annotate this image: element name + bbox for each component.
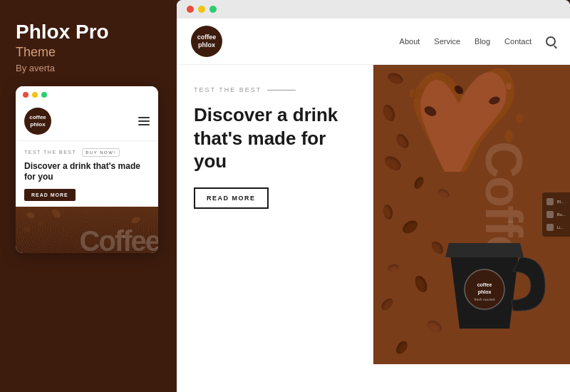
sidebar-title: Phlox Pro — [16, 21, 161, 43]
browser-dot-red — [187, 6, 194, 13]
svg-text:phlox: phlox — [478, 289, 492, 295]
hero-right: coffee phlox fresh roasted — [373, 65, 570, 364]
side-panel-icon-3 — [546, 224, 554, 231]
mobile-headline: Discover a drink that's made for you — [24, 161, 150, 183]
mobile-coffee-image: Coffee — [16, 207, 158, 253]
nav-link-about[interactable]: About — [400, 37, 420, 46]
coffee-cup-svg: coffee phlox fresh roasted — [420, 186, 549, 343]
site-frame: coffeephlox About Service Blog Contact T… — [177, 19, 570, 392]
mobile-coffee-text: Coffee — [80, 225, 158, 253]
side-panel-icon-2 — [546, 211, 554, 218]
sidebar: Phlox Pro Theme By averta coffeephlox TE… — [0, 0, 177, 392]
chocolate-splash-svg — [388, 65, 544, 186]
site-logo-area: coffeephlox — [191, 26, 222, 57]
main-content: coffeephlox About Service Blog Contact T… — [177, 0, 570, 392]
mobile-logo: coffeephlox — [24, 108, 51, 135]
mobile-dot-green — [41, 92, 47, 98]
hamburger-icon[interactable] — [138, 117, 150, 125]
nav-link-service[interactable]: Service — [434, 37, 460, 46]
site-nav: coffeephlox About Service Blog Contact — [177, 19, 570, 65]
side-panel-item-2[interactable]: Bu... — [546, 211, 566, 218]
browser-topbar — [177, 0, 570, 19]
site-logo: coffeephlox — [191, 26, 222, 57]
mobile-mockup: coffeephlox TEST THE BEST Buy Now! Disco… — [16, 86, 158, 253]
svg-point-9 — [516, 113, 523, 123]
hero-left: TEST THE BEST Discover a drinkthat's mad… — [177, 65, 373, 364]
hero-read-more-button[interactable]: READ MORE — [194, 187, 269, 209]
sidebar-subtitle: Theme — [16, 45, 161, 60]
hero-headline: Discover a drinkthat's made for you — [194, 103, 356, 173]
mobile-nav: coffeephlox — [16, 103, 158, 141]
nav-link-blog[interactable]: Blog — [475, 37, 490, 46]
svg-text:fresh roasted: fresh roasted — [474, 297, 494, 301]
side-panel-item-3[interactable]: Li... — [546, 224, 566, 231]
mobile-dot-yellow — [32, 92, 38, 98]
side-panel: Bl... Bu... Li... — [542, 192, 570, 237]
sidebar-by: By averta — [16, 63, 161, 73]
nav-link-contact[interactable]: Contact — [504, 37, 532, 46]
hero-test-label: TEST THE BEST — [194, 86, 356, 93]
mobile-read-more-button[interactable]: READ MORE — [24, 189, 76, 201]
svg-point-10 — [410, 89, 415, 98]
browser-dot-yellow — [198, 6, 205, 13]
svg-text:coffee: coffee — [477, 282, 492, 287]
browser-dot-green — [209, 6, 217, 13]
svg-point-8 — [504, 130, 513, 142]
mobile-hero-content: TEST THE BEST Buy Now! Discover a drink … — [16, 141, 158, 207]
side-panel-icon-1 — [546, 198, 554, 205]
side-panel-item-1[interactable]: Bl... — [546, 198, 566, 205]
mobile-test-label: TEST THE BEST Buy Now! — [24, 148, 150, 157]
site-hero: TEST THE BEST Discover a drinkthat's mad… — [177, 65, 570, 364]
mobile-dot-red — [23, 92, 28, 98]
site-nav-links: About Service Blog Contact — [400, 36, 556, 46]
mobile-buy-btn[interactable]: Buy Now! — [82, 148, 119, 157]
mobile-topbar — [16, 86, 158, 103]
search-icon[interactable] — [546, 36, 556, 46]
